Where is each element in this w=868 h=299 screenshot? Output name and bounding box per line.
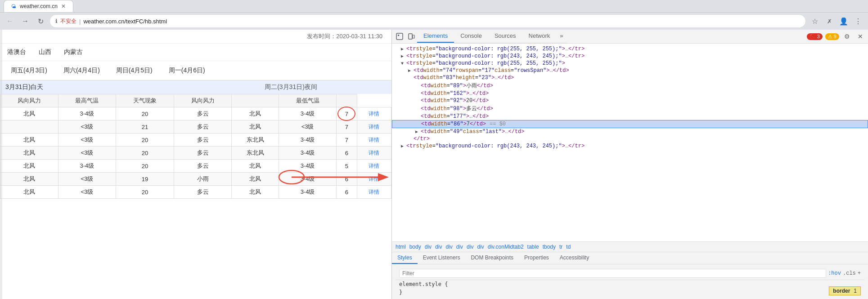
refresh-button[interactable]: ↻: [34, 15, 47, 27]
bookmark-button[interactable]: ☆: [809, 15, 821, 27]
breadcrumb-table[interactable]: table: [527, 244, 539, 250]
cell-detail[interactable]: 详情: [357, 107, 391, 120]
tree-line[interactable]: ▼ <tr style="background-color: rgb(255, …: [392, 60, 868, 67]
cell-detail[interactable]: 详情: [357, 160, 391, 173]
tab-dom-breakpoints[interactable]: DOM Breakpoints: [465, 252, 519, 264]
styles-filter-input[interactable]: [399, 269, 826, 278]
twitter-button[interactable]: ✗: [823, 15, 836, 27]
status-key: border: [833, 288, 850, 294]
tree-line[interactable]: <td width="162" > … </td>: [392, 90, 868, 97]
cell-night-wind: 北风: [232, 186, 279, 199]
html-tree[interactable]: ▶ <tr style="background-color: rgb(255, …: [392, 44, 868, 241]
region-shanxi[interactable]: 山西: [37, 47, 53, 57]
cell-max-temp: 19: [116, 173, 174, 186]
forward-button[interactable]: →: [19, 15, 31, 27]
cell-detail[interactable]: 详情: [357, 173, 391, 186]
tree-line[interactable]: <td width="83" height="23" > … </td>: [392, 74, 868, 81]
tree-line[interactable]: <td width="89" > 小雨 </td>: [392, 81, 868, 90]
tab-event-listeners[interactable]: Event Listeners: [418, 252, 466, 264]
tab-accessibility[interactable]: Accessibility: [554, 252, 594, 264]
section-header: 3月31日)白天 周二(3月31日)夜间: [0, 80, 391, 94]
breadcrumb-body[interactable]: body: [409, 244, 421, 250]
insecure-label: 不安全: [60, 18, 76, 25]
dom-eq-s0: == $0: [490, 121, 506, 127]
device-toggle-button[interactable]: [405, 31, 417, 42]
cell-wind: 北风: [0, 160, 58, 173]
tree-line[interactable]: ▶ <td width="49" class="last" > … </td>: [392, 128, 868, 135]
cell-wind-level: <3级: [58, 147, 116, 160]
menu-button[interactable]: ⋮: [852, 15, 864, 27]
tree-line[interactable]: ▶ <tr style="background-color: rgb(243, …: [392, 143, 868, 150]
tree-line[interactable]: ▶ <td width="74" rowspan="17" class="row…: [392, 67, 868, 74]
breadcrumb-div3[interactable]: div: [445, 244, 452, 250]
inspect-element-button[interactable]: [394, 31, 405, 42]
hov-button[interactable]: :hov: [828, 270, 841, 277]
cell-wind-level: <3级: [58, 134, 116, 147]
col-detail: [337, 94, 357, 107]
styles-panel: :hov .cls + element.style { }: [392, 264, 868, 299]
tab-favicon: 🌤: [11, 4, 16, 9]
bottom-tabs: Styles Event Listeners DOM Breakpoints P…: [392, 252, 868, 264]
tree-line[interactable]: </tr>: [392, 135, 868, 143]
cell-detail[interactable]: 详情: [357, 134, 391, 147]
breadcrumb-div2[interactable]: div: [435, 244, 442, 250]
scrollbar[interactable]: [0, 30, 2, 299]
tab-network[interactable]: Network: [522, 30, 557, 43]
cell-detail[interactable]: 详情: [357, 120, 391, 134]
table-row: 北风 3-4级 20 多云 北风 3-4级 7 详情: [0, 107, 391, 120]
date-fri[interactable]: 周六(4月4日): [58, 65, 105, 76]
cell-detail[interactable]: 详情: [357, 147, 391, 160]
cell-min-temp: 6: [337, 186, 357, 199]
region-neimenggu[interactable]: 内蒙古: [62, 47, 85, 57]
breadcrumb-div4[interactable]: div: [456, 244, 463, 250]
cls-button[interactable]: .cls: [843, 270, 856, 277]
breadcrumb-div1[interactable]: div: [425, 244, 432, 250]
address-bar[interactable]: ℹ 不安全 | weather.com.cn/textFC/hb.shtml: [49, 14, 806, 28]
cell-max-temp: 20: [116, 107, 174, 120]
breadcrumb-tr[interactable]: tr: [559, 244, 562, 250]
tree-line[interactable]: ▶ <tr style="background-color: rgb(255, …: [392, 45, 868, 53]
breadcrumb-div5[interactable]: div: [467, 244, 473, 250]
weather-table: 风向风力 最高气温 天气现象 风向风力 最低气温 北风 3-4级: [0, 94, 391, 199]
table-row: 北风 <3级 20 多云 东北风 3-4级 6 详情: [0, 147, 391, 160]
cell-night-level: <3级: [279, 120, 337, 134]
expand-icon: ▶: [401, 143, 406, 149]
cell-detail[interactable]: 详情: [357, 186, 391, 199]
cell-night-wind: 北风: [232, 173, 279, 186]
tree-line[interactable]: <td width="177" > … </td>: [392, 113, 868, 120]
breadcrumb-td[interactable]: td: [566, 244, 571, 250]
breadcrumb-div-conmidtab[interactable]: div.conMidtab2: [488, 244, 524, 250]
tab-elements[interactable]: Elements: [417, 30, 454, 43]
tree-line[interactable]: ▶ <tr style="background-color: rgb(243, …: [392, 53, 868, 60]
cell-min-temp: 5: [337, 160, 357, 173]
date-sun[interactable]: 周一(4月6日): [163, 65, 211, 76]
devtools-more-button[interactable]: »: [556, 30, 567, 43]
expand-icon: ▶: [415, 129, 421, 134]
breadcrumb-div6[interactable]: div: [477, 244, 484, 250]
tab-console[interactable]: Console: [454, 30, 488, 43]
day-header: 3月31日)白天: [5, 83, 196, 91]
breadcrumb-html[interactable]: html: [396, 244, 406, 250]
cell-weather: 多云: [174, 134, 232, 147]
tab-close-icon[interactable]: ✕: [61, 3, 66, 9]
breadcrumb-tbody[interactable]: tbody: [543, 244, 556, 250]
profile-button[interactable]: 👤: [837, 15, 850, 27]
expand-icon: ▼: [401, 61, 406, 66]
tab-properties[interactable]: Properties: [519, 252, 554, 264]
cell-min-temp: 7: [337, 120, 357, 134]
tree-line[interactable]: <td width="92" > 20 </td>: [392, 97, 868, 104]
devtools-settings-button[interactable]: ⚙: [841, 31, 853, 42]
back-button[interactable]: ←: [4, 15, 16, 27]
tab-styles[interactable]: Styles: [392, 252, 418, 264]
devtools-close-button[interactable]: ✕: [855, 31, 866, 42]
table-row: <3级 21 多云 北风 <3级 7 详情: [0, 120, 391, 134]
region-gangaotai[interactable]: 港澳台: [5, 47, 28, 57]
browser-window: 🌤 weather.com.cn ✕ ← → ↻ ℹ 不安全 | weather…: [0, 0, 868, 299]
tree-line[interactable]: <td width="98" > 多云 </td>: [392, 104, 868, 113]
tab-sources[interactable]: Sources: [488, 30, 522, 43]
add-style-button[interactable]: +: [858, 270, 861, 277]
browser-tab[interactable]: 🌤 weather.com.cn ✕: [4, 0, 73, 12]
tree-line-selected[interactable]: <td width="86" > 7 </td> == $0: [392, 120, 868, 128]
date-sat[interactable]: 周日(4月5日): [111, 65, 158, 76]
date-thu[interactable]: 周五(4月3日): [5, 65, 53, 76]
